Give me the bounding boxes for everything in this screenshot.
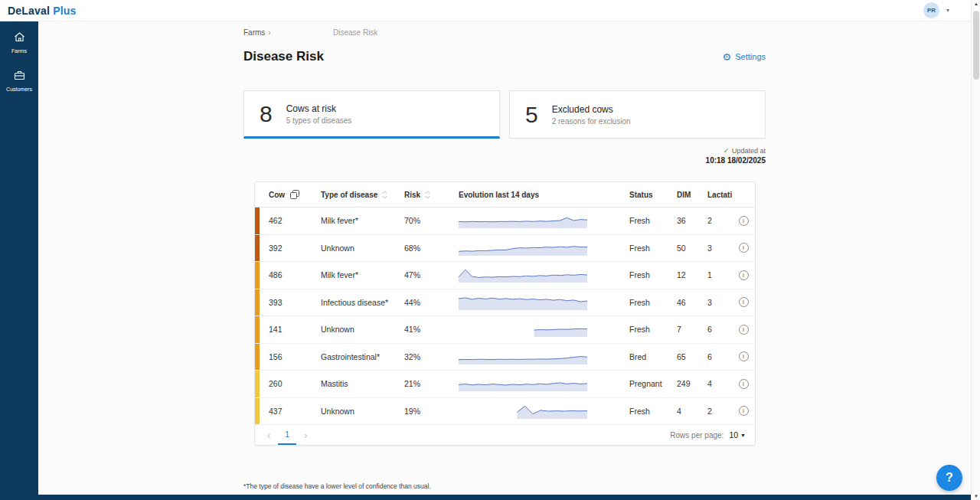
- cow-status: Pregnant: [629, 379, 662, 388]
- table-row[interactable]: 486 Milk fever* 47% Fresh 12 1 i: [255, 262, 755, 289]
- sidebar-item-farms[interactable]: Farms: [11, 31, 27, 54]
- cow-status: Bred: [629, 352, 646, 361]
- table-row[interactable]: 437 Unknown 19% Fresh 4 2 i: [255, 398, 755, 426]
- copy-icon[interactable]: [290, 190, 299, 199]
- dim-value: 249: [677, 379, 691, 388]
- top-bar: DeLaval Plus PR ▾: [0, 0, 971, 21]
- card-subtitle: 2 reasons for exclusion: [552, 117, 631, 126]
- page-title: Disease Risk: [243, 49, 324, 64]
- card-subtitle: 5 types of diseases: [286, 116, 352, 125]
- main-content: Farms› Disease Risk Disease Risk ⚙ Setti…: [38, 21, 971, 495]
- col-status: Status: [629, 191, 653, 199]
- cow-status: Fresh: [629, 298, 650, 307]
- info-icon[interactable]: i: [739, 379, 749, 389]
- breadcrumb-farms[interactable]: Farms: [243, 28, 265, 37]
- evolution-sparkline: [459, 321, 589, 338]
- card-cows-at-risk[interactable]: 8 Cows at risk 5 types of diseases: [243, 90, 500, 139]
- lactation-nr: 2: [707, 407, 712, 416]
- disease-type: Mastitis: [321, 379, 348, 388]
- risk-percent: 32%: [404, 352, 420, 361]
- gear-icon: ⚙: [723, 52, 732, 62]
- col-risk-sort[interactable]: Risk: [398, 182, 446, 207]
- farms-icon: [13, 31, 26, 46]
- rows-per-page-label: Rows per page:: [670, 431, 724, 440]
- disease-type: Unknown: [321, 243, 354, 253]
- page-number[interactable]: 1: [278, 425, 296, 445]
- evolution-sparkline: [459, 212, 589, 229]
- sort-icon: [425, 191, 430, 199]
- lactation-nr: 6: [707, 352, 712, 361]
- risk-percent: 21%: [404, 379, 420, 388]
- table-row[interactable]: 392 Unknown 68% Fresh 50 3 i: [255, 235, 755, 263]
- evolution-sparkline: [459, 375, 589, 392]
- card-title: Cows at risk: [286, 103, 352, 114]
- breadcrumb: Farms› Disease Risk: [243, 28, 271, 38]
- col-disease-sort[interactable]: Type of disease: [312, 182, 398, 207]
- col-evolution: Evolution last 14 days: [459, 191, 539, 199]
- evolution-sparkline: [459, 266, 589, 283]
- scroll-down-icon[interactable]: ▼: [972, 494, 980, 498]
- sort-icon: [382, 191, 387, 199]
- disease-type: Milk fever*: [321, 216, 358, 225]
- scrollbar-thumb[interactable]: [973, 11, 979, 80]
- next-page-button[interactable]: ›: [301, 425, 310, 445]
- table-row[interactable]: 156 Gastrointestinal* 32% Bred 65 6 i: [255, 344, 755, 371]
- disease-type: Gastrointestinal*: [321, 352, 380, 361]
- info-icon[interactable]: i: [739, 216, 749, 226]
- cow-status: Fresh: [629, 270, 650, 279]
- col-lactation: Lactation nr.: [707, 191, 732, 199]
- card-title: Excluded cows: [552, 104, 631, 115]
- sidebar-item-label: Farms: [11, 48, 27, 54]
- table-body: 462 Milk fever* 70% Fresh 36 2 i 392 Unk…: [255, 208, 755, 425]
- risk-percent: 68%: [404, 243, 420, 253]
- logo-accent: Plus: [53, 5, 76, 17]
- rows-per-page-select[interactable]: 10 ▼: [729, 430, 746, 440]
- risk-level-bar: [255, 262, 260, 289]
- info-icon[interactable]: i: [739, 270, 749, 280]
- sidebar: Farms Customers: [0, 21, 38, 500]
- disease-type: Unknown: [321, 407, 354, 416]
- info-icon[interactable]: i: [739, 325, 749, 335]
- risk-level-bar: [255, 316, 260, 343]
- table-row[interactable]: 393 Infectious disease* 44% Fresh 46 3 i: [255, 289, 755, 317]
- lactation-nr: 3: [707, 298, 712, 307]
- table-row[interactable]: 141 Unknown 41% Fresh 7 6 i: [255, 316, 755, 344]
- scroll-up-icon[interactable]: ▲: [972, 2, 980, 6]
- info-icon[interactable]: i: [739, 351, 749, 361]
- info-icon[interactable]: i: [739, 297, 749, 307]
- bottom-strip: [0, 495, 971, 500]
- table-row[interactable]: 260 Mastitis 21% Pregnant 249 4 i: [255, 371, 755, 398]
- delaval-plus-logo[interactable]: DeLaval Plus: [8, 5, 77, 17]
- user-menu-caret-icon[interactable]: ▾: [946, 7, 949, 14]
- cow-status: Fresh: [629, 216, 650, 225]
- lactation-nr: 4: [707, 379, 712, 388]
- customers-icon: [13, 69, 26, 84]
- cow-status: Fresh: [629, 407, 650, 416]
- risk-percent: 44%: [404, 298, 420, 307]
- prev-page-button[interactable]: ‹: [264, 425, 273, 445]
- check-icon: ✓: [724, 146, 730, 155]
- risk-percent: 19%: [404, 407, 420, 416]
- evolution-sparkline: [459, 240, 589, 257]
- table-row[interactable]: 462 Milk fever* 70% Fresh 36 2 i: [255, 208, 755, 235]
- settings-button[interactable]: ⚙ Settings: [723, 52, 766, 62]
- card-excluded-cows[interactable]: 5 Excluded cows 2 reasons for exclusion: [509, 90, 766, 139]
- lactation-nr: 6: [707, 325, 712, 334]
- dim-value: 36: [677, 216, 686, 225]
- info-icon[interactable]: i: [739, 406, 749, 416]
- cow-id: 462: [269, 216, 283, 225]
- cow-id: 392: [269, 243, 283, 253]
- risk-level-bar: [255, 208, 260, 234]
- cow-id: 486: [269, 270, 283, 279]
- updated-timestamp: 10:18 18/02/2025: [243, 156, 766, 165]
- sidebar-item-customers[interactable]: Customers: [6, 69, 32, 92]
- evolution-sparkline: [459, 294, 589, 311]
- vertical-scrollbar[interactable]: ▲ ▼: [971, 0, 980, 500]
- info-icon[interactable]: i: [739, 243, 749, 253]
- col-cow: Cow: [269, 191, 285, 199]
- avatar[interactable]: PR: [923, 2, 939, 18]
- risk-level-bar: [255, 398, 260, 425]
- help-button[interactable]: ?: [936, 465, 962, 491]
- disease-type: Unknown: [321, 325, 354, 334]
- table-pagination: ‹ 1 › Rows per page: 10 ▼: [255, 425, 755, 445]
